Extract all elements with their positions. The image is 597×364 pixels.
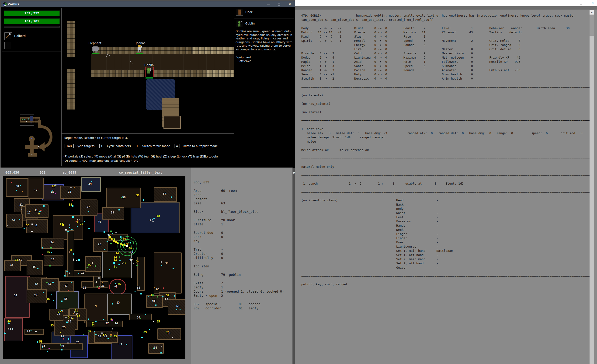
map-room-number: 62 <box>137 286 140 289</box>
minimize-button[interactable]: — <box>568 1 575 5</box>
map-item-dot <box>73 253 74 255</box>
map-item-dot <box>112 233 113 234</box>
weapon-slot[interactable] <box>4 32 12 40</box>
map-marker-number: 78 <box>157 215 160 218</box>
close-button[interactable]: ✕ <box>287 2 293 6</box>
map-room-number: 20 <box>51 190 54 193</box>
equipment-title: Equipment: <box>236 56 252 59</box>
map-item-dot <box>31 223 33 225</box>
status-segment: 032 <box>40 171 46 174</box>
map-marker-number: 31 <box>69 248 72 252</box>
map-marker-number: 86 <box>47 297 50 301</box>
map-room-number: 57 <box>86 205 90 209</box>
map-marker-number: 61 <box>75 309 78 312</box>
map-item-dot <box>161 265 162 266</box>
zorbus-titlebar[interactable]: Zorbus — □ ✕ <box>1 1 295 7</box>
door-entry-label[interactable]: Door <box>245 10 252 14</box>
map-marker-number: 14 <box>115 252 119 255</box>
map-room-number: 56 <box>68 320 71 323</box>
game-window-body: 252 / 252 101 / 101 Halberd <box>2 7 295 167</box>
map-room-number: 48 <box>150 219 153 222</box>
target-mode-panel: Target-mode. Distance to current target … <box>62 134 234 168</box>
close-button[interactable]: ✕ <box>589 1 596 5</box>
map-item-dot <box>53 300 54 301</box>
map-item-dot <box>152 294 153 296</box>
map-room-number: 38 <box>165 261 168 265</box>
joonas-sprite[interactable] <box>136 45 143 53</box>
map-item-dot <box>83 334 84 335</box>
map-item-dot <box>119 260 121 261</box>
being-info-window: — ✕ 079. GOBLIN humanoid, goblin, neuter… <box>295 0 597 364</box>
map-room-number: 60 <box>130 250 133 254</box>
map-marker-number: 65 <box>77 314 80 317</box>
scroll-up-icon[interactable]: ▲ <box>589 10 594 15</box>
map-room-number: 9 <box>95 304 96 308</box>
joonas-health <box>136 53 143 54</box>
target-selection-box[interactable] <box>145 67 154 77</box>
scrollbar-thumb[interactable] <box>589 15 594 36</box>
map-room-number: 50 <box>19 258 22 261</box>
scrollbar[interactable]: ▲ <box>589 10 594 364</box>
level-map[interactable]: 3012203149586721171157594648518466326026… <box>3 176 185 359</box>
info-window-titlebar[interactable]: — ✕ <box>295 0 597 6</box>
map-room-number: 66 <box>77 219 80 222</box>
divider <box>2 64 61 64</box>
game-view[interactable]: Elephant Joonas <box>62 7 234 134</box>
map-item-dot <box>96 286 98 287</box>
being-stats-text: 079. GOBLIN humanoid, goblin, neuter, sm… <box>301 14 590 286</box>
map-item-dot <box>51 252 52 253</box>
map-item-dot <box>112 328 114 330</box>
map-item-dot <box>174 295 175 297</box>
elephant-label: Elephant <box>84 41 105 45</box>
map-item-dot <box>48 348 50 349</box>
map-item-dot <box>107 241 108 242</box>
map-room-number: 44 <box>10 263 13 267</box>
door-icon[interactable] <box>236 9 243 16</box>
map-item-dot <box>43 292 44 293</box>
map-room-number: 63 <box>165 297 168 301</box>
minimize-button[interactable]: — <box>265 2 271 6</box>
map-item-dot <box>61 301 63 302</box>
map-marker-number: 35 <box>87 263 91 267</box>
map-room-number: 58 <box>122 196 126 199</box>
divider <box>234 66 294 66</box>
map-marker-number: 32 <box>166 294 169 297</box>
maximize-button[interactable]: □ <box>276 2 282 6</box>
map-item-dot <box>74 187 75 188</box>
goblin-description: Goblins are small, green skinned, dull-e… <box>236 30 293 52</box>
map-room-number: 30 <box>16 185 19 188</box>
map-marker-number: 72 <box>58 311 61 314</box>
equipment-item: - Battleaxe <box>236 60 251 63</box>
map-item-dot <box>78 273 79 274</box>
map-item-dot <box>42 247 44 249</box>
map-room-number: 1 <box>92 261 93 265</box>
map-item-dot <box>50 247 52 248</box>
map-item-dot <box>160 352 162 354</box>
map-room-number: 42 <box>34 282 38 285</box>
map-item-dot <box>173 268 174 269</box>
map-item-dot <box>115 232 117 233</box>
map-item-dot <box>88 211 89 212</box>
goblin-icon[interactable] <box>236 20 243 27</box>
map-room <box>109 279 126 295</box>
map-item-dot <box>55 193 56 194</box>
map-item-dot <box>110 243 112 244</box>
map-room-number: 7 <box>69 271 71 274</box>
goblin-entry-label[interactable]: Goblin <box>245 22 255 25</box>
map-room-number: 25 <box>62 326 65 329</box>
map-room-number: 10 <box>51 258 54 261</box>
elephant-sprite[interactable] <box>92 46 99 53</box>
maximize-button[interactable] <box>580 2 582 5</box>
map-room-number: 17 <box>27 211 31 214</box>
map-marker-number: 89 <box>143 331 147 334</box>
map-item-dot <box>148 296 149 297</box>
map-item-dot <box>145 314 146 316</box>
empty-slot[interactable] <box>4 42 12 49</box>
map-item-dot <box>162 296 164 297</box>
map-marker-number: 30 <box>136 194 140 197</box>
map-room-number: 64 <box>154 346 157 349</box>
halberd-icon <box>5 33 11 39</box>
map-item-dot <box>66 271 68 272</box>
map-item-dot <box>143 199 144 201</box>
map-room-number: 53 <box>119 342 122 346</box>
